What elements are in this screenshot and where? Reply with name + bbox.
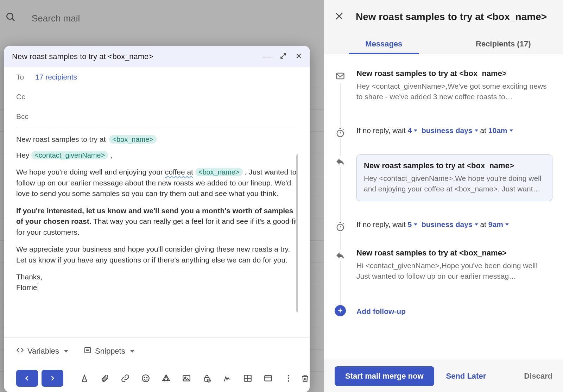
confidential-icon[interactable] (198, 370, 215, 387)
subject-variable-chip[interactable]: <box_name> (109, 135, 157, 144)
svg-rect-19 (337, 73, 344, 79)
more-icon[interactable] (280, 370, 297, 387)
givenname-variable-chip[interactable]: <contact_givenName> (31, 151, 108, 159)
close-icon[interactable] (335, 12, 344, 22)
sidepanel-tabs: Messages Recipients (17) (324, 34, 563, 54)
emoji-icon[interactable] (137, 370, 154, 387)
envelope-icon (335, 70, 346, 82)
message-step[interactable]: New roast samples to try at <box_name>Hi… (356, 248, 552, 290)
start-merge-button[interactable]: Start mail merge now (335, 366, 434, 386)
compose-window: New roast samples to try at <box_name> —… (4, 46, 310, 392)
merge-sidepanel: New roast samples to try at <box_name> M… (324, 0, 563, 392)
formatting-toolbar (16, 365, 298, 392)
sidepanel-title: New roast samples to try at <box_name> (356, 11, 547, 23)
plus-icon: + (335, 305, 346, 316)
svg-rect-6 (82, 381, 87, 382)
svg-point-7 (142, 375, 149, 382)
chevron-down-icon (64, 350, 68, 353)
insert-bar: Variables Snippets (16, 338, 298, 365)
step-title: New roast samples to try at <box_name> (364, 161, 545, 170)
image-icon[interactable] (178, 370, 195, 387)
link-icon[interactable] (117, 370, 134, 387)
expand-icon[interactable] (280, 53, 286, 61)
svg-point-21 (337, 224, 344, 231)
drive-icon[interactable] (158, 370, 175, 387)
subject-text: New roast samples to try at (16, 135, 108, 143)
add-followup-button[interactable]: Add follow-up (356, 305, 552, 316)
svg-point-18 (288, 380, 289, 381)
sidepanel-content: + New roast samples to try at <box_name>… (324, 54, 563, 360)
bcc-row[interactable]: Bcc (16, 107, 298, 126)
stopwatch-icon (335, 127, 346, 138)
cc-label: Cc (16, 93, 35, 101)
recipients-link[interactable]: 17 recipients (35, 73, 77, 81)
compose-title: New roast samples to try at <box_name> (12, 52, 153, 61)
step-title: New roast samples to try at <box_name> (356, 69, 552, 78)
svg-point-16 (288, 375, 289, 376)
wait-step: If no reply, wait 5 business days at 9am (356, 220, 552, 234)
compose-header: New roast samples to try at <box_name> — (4, 46, 310, 67)
code-icon (16, 346, 24, 356)
send-later-button[interactable]: Send Later (446, 372, 486, 381)
reply-icon (335, 156, 346, 167)
discard-button[interactable]: Discard (524, 372, 552, 381)
step-title: New roast samples to try at <box_name> (356, 248, 552, 258)
tab-messages[interactable]: Messages (324, 34, 444, 54)
svg-point-17 (288, 378, 289, 379)
wait-time-dropdown[interactable]: 10am (488, 126, 513, 135)
message-step-selected[interactable]: New roast samples to try at <box_name>He… (356, 154, 552, 201)
chevron-down-icon (130, 350, 134, 353)
svg-point-9 (146, 377, 147, 378)
scrollbar[interactable] (296, 154, 298, 312)
trash-icon[interactable] (301, 370, 310, 387)
text-format-icon[interactable] (76, 370, 93, 387)
prev-button[interactable] (16, 370, 38, 387)
step-preview: Hi <contact_givenName>,Hope you've been … (356, 260, 552, 282)
sidepanel-footer: Start mail merge now Send Later Discard (324, 360, 563, 392)
step-preview: Hey <contact_givenName>,We hope you're d… (364, 173, 545, 195)
wait-days-dropdown[interactable]: 5 (408, 220, 418, 229)
sidepanel-header: New roast samples to try at <box_name> (324, 0, 563, 34)
layout-icon[interactable] (239, 370, 256, 387)
minimize-icon[interactable]: — (263, 53, 271, 61)
attach-icon[interactable] (96, 370, 113, 387)
wait-days-dropdown[interactable]: 4 (408, 126, 418, 135)
subject-row[interactable]: New roast samples to try at <box_name> (16, 128, 298, 150)
boxname-variable-chip[interactable]: <box_name> (195, 168, 243, 176)
wait-unit-dropdown[interactable]: business days (422, 220, 478, 229)
text-cursor (38, 283, 38, 291)
tab-recipients[interactable]: Recipients (17) (444, 34, 563, 54)
wait-unit-dropdown[interactable]: business days (422, 126, 478, 135)
reply-icon (335, 250, 346, 261)
signature-icon[interactable] (219, 370, 236, 387)
close-icon[interactable] (296, 53, 302, 61)
variables-dropdown[interactable]: Variables (16, 346, 68, 356)
snippets-dropdown[interactable]: Snippets (84, 346, 134, 356)
compose-body[interactable]: Hey <contact_givenName> , We hope you're… (16, 150, 298, 337)
svg-rect-15 (265, 375, 272, 381)
to-label: To (16, 73, 35, 81)
snippets-icon (84, 346, 91, 356)
stopwatch-icon (335, 221, 346, 232)
step-preview: Hey <contact_givenName>,We've got some e… (356, 81, 552, 102)
to-row[interactable]: To 17 recipients (16, 67, 298, 87)
message-step[interactable]: New roast samples to try at <box_name>He… (356, 69, 552, 110)
wait-time-dropdown[interactable]: 9am (488, 220, 509, 229)
svg-point-8 (144, 377, 145, 378)
cc-row[interactable]: Cc (16, 87, 298, 107)
next-button[interactable] (42, 370, 63, 387)
wait-step: If no reply, wait 4 business days at 10a… (356, 126, 552, 140)
bcc-label: Bcc (16, 112, 35, 121)
spellcheck-wavy: coffee at (165, 168, 193, 176)
template-icon[interactable] (260, 370, 277, 387)
